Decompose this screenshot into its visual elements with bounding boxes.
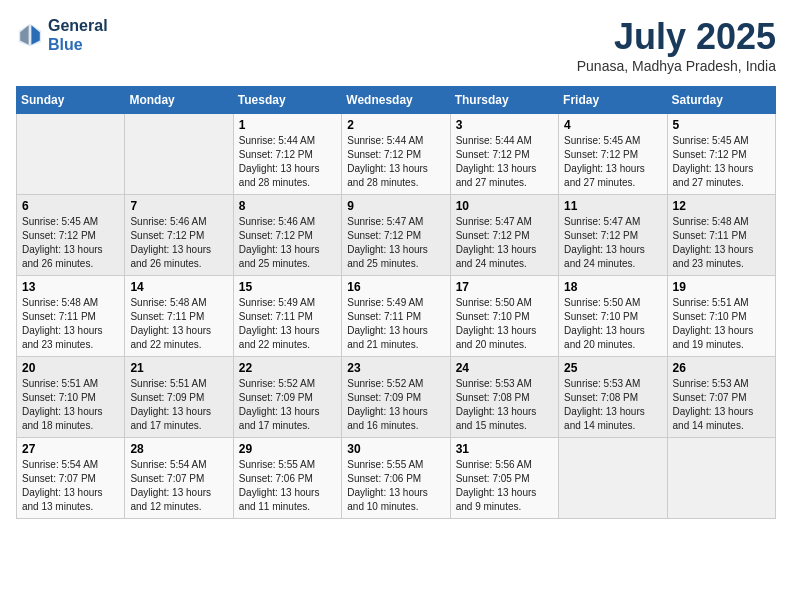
- calendar-cell: 10Sunrise: 5:47 AM Sunset: 7:12 PM Dayli…: [450, 195, 558, 276]
- header-saturday: Saturday: [667, 87, 775, 114]
- day-info: Sunrise: 5:45 AM Sunset: 7:12 PM Dayligh…: [22, 215, 119, 271]
- calendar-cell: 28Sunrise: 5:54 AM Sunset: 7:07 PM Dayli…: [125, 438, 233, 519]
- day-info: Sunrise: 5:47 AM Sunset: 7:12 PM Dayligh…: [456, 215, 553, 271]
- day-number: 1: [239, 118, 336, 132]
- day-number: 15: [239, 280, 336, 294]
- calendar-cell: [667, 438, 775, 519]
- day-number: 14: [130, 280, 227, 294]
- day-number: 3: [456, 118, 553, 132]
- logo-text: General Blue: [48, 16, 108, 54]
- calendar-cell: 13Sunrise: 5:48 AM Sunset: 7:11 PM Dayli…: [17, 276, 125, 357]
- calendar-cell: [559, 438, 667, 519]
- calendar-cell: 26Sunrise: 5:53 AM Sunset: 7:07 PM Dayli…: [667, 357, 775, 438]
- day-number: 31: [456, 442, 553, 456]
- day-info: Sunrise: 5:49 AM Sunset: 7:11 PM Dayligh…: [347, 296, 444, 352]
- day-number: 20: [22, 361, 119, 375]
- day-number: 11: [564, 199, 661, 213]
- day-info: Sunrise: 5:54 AM Sunset: 7:07 PM Dayligh…: [22, 458, 119, 514]
- day-number: 27: [22, 442, 119, 456]
- day-info: Sunrise: 5:44 AM Sunset: 7:12 PM Dayligh…: [456, 134, 553, 190]
- calendar-week-5: 27Sunrise: 5:54 AM Sunset: 7:07 PM Dayli…: [17, 438, 776, 519]
- day-info: Sunrise: 5:52 AM Sunset: 7:09 PM Dayligh…: [239, 377, 336, 433]
- month-title: July 2025: [577, 16, 776, 58]
- header-thursday: Thursday: [450, 87, 558, 114]
- day-number: 5: [673, 118, 770, 132]
- day-number: 8: [239, 199, 336, 213]
- calendar-cell: 23Sunrise: 5:52 AM Sunset: 7:09 PM Dayli…: [342, 357, 450, 438]
- day-info: Sunrise: 5:48 AM Sunset: 7:11 PM Dayligh…: [130, 296, 227, 352]
- calendar-cell: 11Sunrise: 5:47 AM Sunset: 7:12 PM Dayli…: [559, 195, 667, 276]
- day-number: 18: [564, 280, 661, 294]
- day-info: Sunrise: 5:48 AM Sunset: 7:11 PM Dayligh…: [22, 296, 119, 352]
- calendar-week-2: 6Sunrise: 5:45 AM Sunset: 7:12 PM Daylig…: [17, 195, 776, 276]
- calendar-cell: 17Sunrise: 5:50 AM Sunset: 7:10 PM Dayli…: [450, 276, 558, 357]
- calendar-cell: 7Sunrise: 5:46 AM Sunset: 7:12 PM Daylig…: [125, 195, 233, 276]
- calendar-cell: 25Sunrise: 5:53 AM Sunset: 7:08 PM Dayli…: [559, 357, 667, 438]
- day-number: 6: [22, 199, 119, 213]
- day-number: 4: [564, 118, 661, 132]
- day-info: Sunrise: 5:47 AM Sunset: 7:12 PM Dayligh…: [347, 215, 444, 271]
- calendar-cell: 4Sunrise: 5:45 AM Sunset: 7:12 PM Daylig…: [559, 114, 667, 195]
- calendar-cell: [125, 114, 233, 195]
- day-info: Sunrise: 5:50 AM Sunset: 7:10 PM Dayligh…: [456, 296, 553, 352]
- calendar-cell: 16Sunrise: 5:49 AM Sunset: 7:11 PM Dayli…: [342, 276, 450, 357]
- calendar-cell: 18Sunrise: 5:50 AM Sunset: 7:10 PM Dayli…: [559, 276, 667, 357]
- day-info: Sunrise: 5:45 AM Sunset: 7:12 PM Dayligh…: [564, 134, 661, 190]
- day-info: Sunrise: 5:46 AM Sunset: 7:12 PM Dayligh…: [130, 215, 227, 271]
- day-info: Sunrise: 5:53 AM Sunset: 7:07 PM Dayligh…: [673, 377, 770, 433]
- page-header: General Blue July 2025 Punasa, Madhya Pr…: [16, 16, 776, 74]
- day-info: Sunrise: 5:44 AM Sunset: 7:12 PM Dayligh…: [239, 134, 336, 190]
- header-tuesday: Tuesday: [233, 87, 341, 114]
- day-info: Sunrise: 5:51 AM Sunset: 7:09 PM Dayligh…: [130, 377, 227, 433]
- calendar-cell: 12Sunrise: 5:48 AM Sunset: 7:11 PM Dayli…: [667, 195, 775, 276]
- logo: General Blue: [16, 16, 108, 54]
- day-number: 13: [22, 280, 119, 294]
- day-number: 7: [130, 199, 227, 213]
- calendar-cell: 14Sunrise: 5:48 AM Sunset: 7:11 PM Dayli…: [125, 276, 233, 357]
- day-number: 21: [130, 361, 227, 375]
- calendar-cell: 8Sunrise: 5:46 AM Sunset: 7:12 PM Daylig…: [233, 195, 341, 276]
- day-number: 19: [673, 280, 770, 294]
- day-number: 22: [239, 361, 336, 375]
- calendar-cell: 22Sunrise: 5:52 AM Sunset: 7:09 PM Dayli…: [233, 357, 341, 438]
- day-info: Sunrise: 5:49 AM Sunset: 7:11 PM Dayligh…: [239, 296, 336, 352]
- day-info: Sunrise: 5:55 AM Sunset: 7:06 PM Dayligh…: [239, 458, 336, 514]
- day-info: Sunrise: 5:51 AM Sunset: 7:10 PM Dayligh…: [673, 296, 770, 352]
- day-info: Sunrise: 5:47 AM Sunset: 7:12 PM Dayligh…: [564, 215, 661, 271]
- day-number: 30: [347, 442, 444, 456]
- day-number: 24: [456, 361, 553, 375]
- calendar-cell: 27Sunrise: 5:54 AM Sunset: 7:07 PM Dayli…: [17, 438, 125, 519]
- title-block: July 2025 Punasa, Madhya Pradesh, India: [577, 16, 776, 74]
- day-info: Sunrise: 5:46 AM Sunset: 7:12 PM Dayligh…: [239, 215, 336, 271]
- day-info: Sunrise: 5:51 AM Sunset: 7:10 PM Dayligh…: [22, 377, 119, 433]
- day-number: 16: [347, 280, 444, 294]
- day-info: Sunrise: 5:52 AM Sunset: 7:09 PM Dayligh…: [347, 377, 444, 433]
- day-info: Sunrise: 5:48 AM Sunset: 7:11 PM Dayligh…: [673, 215, 770, 271]
- calendar-cell: 15Sunrise: 5:49 AM Sunset: 7:11 PM Dayli…: [233, 276, 341, 357]
- header-monday: Monday: [125, 87, 233, 114]
- day-info: Sunrise: 5:53 AM Sunset: 7:08 PM Dayligh…: [564, 377, 661, 433]
- logo-general: General: [48, 17, 108, 34]
- calendar-header-row: SundayMondayTuesdayWednesdayThursdayFrid…: [17, 87, 776, 114]
- logo-icon: [16, 21, 44, 49]
- calendar-week-3: 13Sunrise: 5:48 AM Sunset: 7:11 PM Dayli…: [17, 276, 776, 357]
- day-number: 23: [347, 361, 444, 375]
- calendar-week-4: 20Sunrise: 5:51 AM Sunset: 7:10 PM Dayli…: [17, 357, 776, 438]
- day-info: Sunrise: 5:44 AM Sunset: 7:12 PM Dayligh…: [347, 134, 444, 190]
- day-info: Sunrise: 5:50 AM Sunset: 7:10 PM Dayligh…: [564, 296, 661, 352]
- calendar-cell: 29Sunrise: 5:55 AM Sunset: 7:06 PM Dayli…: [233, 438, 341, 519]
- calendar-cell: 3Sunrise: 5:44 AM Sunset: 7:12 PM Daylig…: [450, 114, 558, 195]
- calendar-cell: 31Sunrise: 5:56 AM Sunset: 7:05 PM Dayli…: [450, 438, 558, 519]
- calendar-table: SundayMondayTuesdayWednesdayThursdayFrid…: [16, 86, 776, 519]
- calendar-cell: 30Sunrise: 5:55 AM Sunset: 7:06 PM Dayli…: [342, 438, 450, 519]
- day-info: Sunrise: 5:53 AM Sunset: 7:08 PM Dayligh…: [456, 377, 553, 433]
- calendar-cell: 19Sunrise: 5:51 AM Sunset: 7:10 PM Dayli…: [667, 276, 775, 357]
- day-number: 2: [347, 118, 444, 132]
- day-number: 10: [456, 199, 553, 213]
- calendar-cell: 5Sunrise: 5:45 AM Sunset: 7:12 PM Daylig…: [667, 114, 775, 195]
- day-number: 25: [564, 361, 661, 375]
- day-info: Sunrise: 5:45 AM Sunset: 7:12 PM Dayligh…: [673, 134, 770, 190]
- day-number: 17: [456, 280, 553, 294]
- header-friday: Friday: [559, 87, 667, 114]
- day-number: 28: [130, 442, 227, 456]
